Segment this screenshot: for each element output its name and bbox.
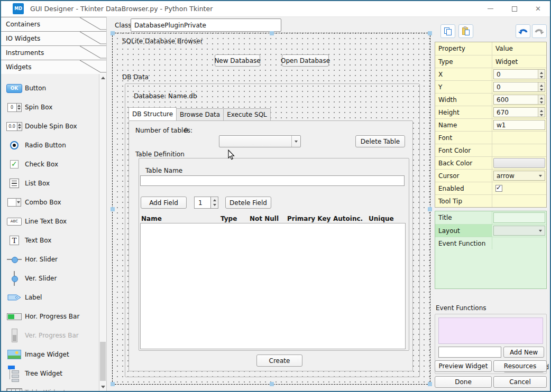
scroll-down-button[interactable] — [99, 383, 106, 391]
fields-list[interactable] — [140, 223, 406, 349]
selection-handle-top-right[interactable] — [428, 31, 432, 35]
property-row-y: Y 0 — [435, 80, 546, 93]
palette-item-button[interactable]: OK Button — [1, 79, 106, 98]
chevron-down-icon — [539, 175, 542, 177]
undo-button[interactable] — [516, 24, 530, 38]
class-name-input[interactable] — [131, 18, 281, 32]
tab-db-structure[interactable]: DB Structure — [128, 107, 177, 120]
scroll-up-button[interactable] — [99, 74, 106, 82]
vprogress-icon — [12, 329, 17, 342]
chevron-down-icon — [295, 141, 298, 143]
resources-button[interactable]: Resources — [493, 360, 547, 372]
textbox-icon: T — [10, 236, 19, 245]
column-header-not-null: Not Null — [250, 215, 279, 222]
tab-diagonal-decoration — [1, 32, 106, 45]
palette-item-line-text-box[interactable]: ABC Line Text Box — [1, 212, 106, 231]
palette-item-ver-slider[interactable]: Ver. Slider — [1, 269, 106, 288]
name-field[interactable]: w1 — [493, 120, 545, 130]
spin-arrows-icon[interactable] — [210, 197, 218, 208]
new-database-button[interactable]: New Database — [215, 54, 260, 67]
add-new-button[interactable]: Add New — [503, 347, 544, 358]
event-function-value-cell[interactable] — [492, 237, 546, 249]
tables-combobox[interactable] — [219, 135, 301, 147]
palette-item-double-spin-box[interactable]: 0.0 Double Spin Box — [1, 117, 106, 136]
palette-item-text-box[interactable]: T Text Box — [1, 231, 106, 250]
open-database-button[interactable]: Open Database — [282, 54, 329, 67]
event-functions-label: Event Functions — [436, 304, 486, 312]
design-surface[interactable]: SQLite Database Browser New Database Ope… — [112, 33, 430, 385]
radio-icon — [10, 141, 19, 150]
property-row-tool-tip: Tool Tip — [435, 194, 546, 207]
spin-arrows-icon[interactable] — [538, 95, 545, 104]
property-header-row: Property Value — [435, 42, 546, 55]
close-button[interactable]: ✕ — [526, 1, 550, 16]
cancel-button[interactable]: Cancel — [493, 376, 547, 388]
palette-item-check-box[interactable]: Check Box — [1, 155, 106, 174]
tab-browse-data[interactable]: Browse Data — [176, 108, 224, 120]
tool-tip-value-cell[interactable] — [492, 195, 546, 207]
copy-button[interactable] — [440, 24, 455, 38]
palette-item-table-widget[interactable]: Table Widget — [1, 383, 106, 391]
spin-arrows-icon[interactable] — [538, 82, 545, 91]
add-field-button[interactable]: Add Field — [141, 197, 187, 209]
palette-item-label[interactable]: Label — [1, 288, 106, 307]
palette-item-hor-slider[interactable]: Hor. Slider — [1, 250, 106, 269]
selection-handle-bottom-left[interactable] — [111, 382, 115, 386]
scroll-up-icon — [101, 77, 105, 79]
selection-handle-mid-right[interactable] — [428, 207, 432, 211]
font-color-value-cell[interactable] — [492, 144, 546, 156]
title-field[interactable] — [493, 212, 545, 223]
property-row-event-function: Event Function — [435, 237, 546, 249]
table-name-input[interactable] — [140, 175, 405, 186]
sidebar-section-widgets[interactable]: Widgets — [1, 60, 106, 74]
paste-button[interactable] — [458, 24, 473, 38]
redo-button[interactable] — [532, 24, 547, 38]
delete-field-button[interactable]: Detele Field — [225, 197, 271, 209]
event-functions-list[interactable] — [438, 318, 543, 344]
enabled-checkbox[interactable] — [495, 185, 502, 192]
scrollbar-thumb[interactable] — [100, 342, 106, 381]
palette-item-combo-box[interactable]: Combo Box — [1, 193, 106, 212]
spin-arrows-icon[interactable] — [538, 108, 545, 117]
palette-item-spin-box[interactable]: 0 Spin Box — [1, 98, 106, 117]
app-icon: MD — [13, 3, 24, 14]
maximize-button[interactable] — [502, 1, 526, 16]
cursor-dropdown[interactable]: arrow — [493, 171, 545, 181]
sidebar-section-io-widgets[interactable]: IO Widgets — [1, 31, 106, 45]
palette-item-radio-button[interactable]: Radio Button — [1, 136, 106, 155]
palette-item-image-widget[interactable]: Image Widget — [1, 345, 106, 364]
sidebar-section-instruments[interactable]: Instruments — [1, 45, 106, 60]
layout-dropdown[interactable] — [493, 226, 545, 236]
create-button[interactable]: Create — [256, 354, 302, 367]
redo-icon — [534, 27, 545, 36]
selection-handle-top-left[interactable] — [111, 31, 115, 35]
y-spinbox[interactable]: 0 — [493, 82, 545, 92]
width-spinbox[interactable]: 600 — [493, 95, 545, 105]
palette-scrollbar[interactable] — [99, 74, 106, 391]
spinbox-icon: 0 — [7, 103, 22, 112]
spin-arrows-icon[interactable] — [538, 70, 545, 79]
done-button[interactable]: Done — [435, 376, 492, 388]
back-color-button[interactable] — [493, 158, 545, 168]
palette-item-list-box[interactable]: List Box — [1, 174, 106, 193]
selection-handle-bottom-mid[interactable] — [270, 382, 274, 386]
font-value-cell[interactable] — [492, 132, 546, 144]
height-spinbox[interactable]: 670 — [493, 107, 545, 117]
widget-palette-sidebar: Containers IO Widgets Instruments Widget… — [1, 17, 107, 391]
palette-item-tree-widget[interactable]: Tree Widget — [1, 364, 106, 383]
selection-handle-bottom-right[interactable] — [428, 382, 432, 386]
property-row-enabled: Enabled — [435, 182, 546, 194]
tab-diagonal-decoration — [1, 46, 106, 60]
selection-handle-mid-left[interactable] — [111, 207, 115, 211]
tab-execute-sql[interactable]: Execute SQL — [223, 108, 271, 120]
property-row-name: Name w1 — [435, 118, 546, 131]
field-count-spinbox[interactable]: 1 — [194, 197, 218, 209]
x-spinbox[interactable]: 0 — [493, 69, 545, 79]
minimize-button[interactable] — [479, 1, 502, 16]
selection-handle-top-mid[interactable] — [270, 31, 274, 35]
delete-table-button[interactable]: Delete Table — [355, 135, 405, 147]
preview-widget-button[interactable]: Preview Widget — [435, 360, 492, 372]
event-function-name-input[interactable] — [438, 347, 501, 358]
sidebar-section-containers[interactable]: Containers — [1, 17, 106, 31]
palette-item-hor-progress-bar[interactable]: Hor. Progress Bar — [1, 307, 106, 326]
